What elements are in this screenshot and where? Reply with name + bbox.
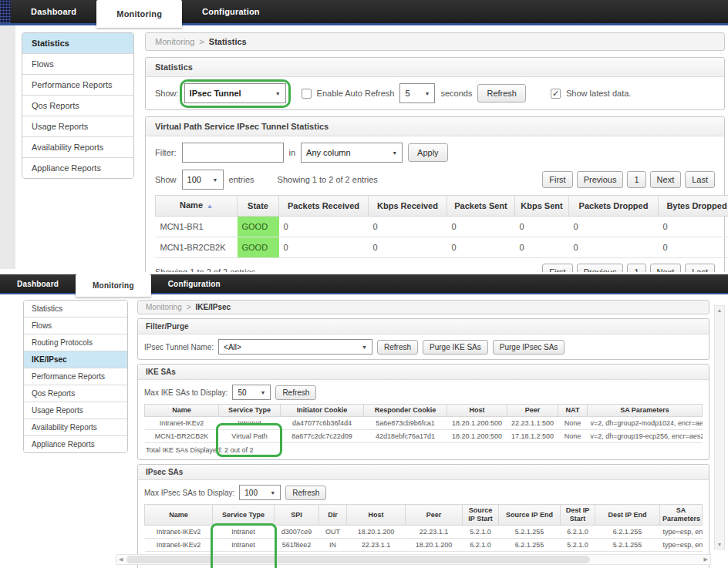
breadcrumb: Monitoring>Statistics: [145, 32, 725, 51]
scroll-up-icon[interactable]: ▲: [717, 308, 723, 313]
sidebar-item-routing-protocols[interactable]: Routing Protocols: [24, 334, 127, 351]
corner-pattern-decoration: [0, 0, 11, 23]
scroll-left-icon[interactable]: ◀: [116, 556, 125, 563]
table-row: MCN1-BR2CB2K GOOD 0 0 0 0 0 0 1090: [156, 237, 728, 258]
page-1-button[interactable]: 1: [627, 264, 645, 272]
column-header-sa-parameters[interactable]: SA Parameters: [660, 505, 703, 526]
column-header-bytes-dropped[interactable]: Bytes Dropped: [659, 196, 728, 217]
last-page-button[interactable]: Last: [685, 264, 715, 272]
purge-ipsec-sas-button[interactable]: Purge IPsec SAs: [493, 340, 565, 355]
filter-input[interactable]: [182, 143, 284, 163]
sidebar-item-flows[interactable]: Flows: [22, 54, 133, 75]
next-page-button[interactable]: Next: [650, 171, 682, 188]
refresh-button[interactable]: Refresh: [377, 340, 418, 355]
column-header-service-type[interactable]: Service Type: [213, 505, 275, 526]
next-page-button[interactable]: Next: [650, 264, 682, 272]
column-header-dest-ip-end[interactable]: Dest IP End: [595, 505, 660, 526]
filter-column-select[interactable]: Any column ▼: [301, 143, 403, 163]
cell-sa-parameters: type=esp, pfs=group2-modp1024, encr=aes2…: [660, 565, 703, 568]
column-header-name[interactable]: Name: [145, 405, 219, 417]
sidebar-item-qos-reports[interactable]: Qos Reports: [22, 96, 133, 116]
sidebar-item-appliance-reports[interactable]: Appliance Reports: [22, 158, 133, 178]
seconds-label: seconds: [440, 89, 472, 98]
show-latest-data-checkbox[interactable]: ✓: [551, 89, 561, 99]
tab-dashboard[interactable]: Dashboard: [11, 0, 96, 23]
scroll-down-icon[interactable]: ▼: [717, 542, 723, 547]
sidebar-item-statistics[interactable]: Statistics: [24, 301, 127, 318]
max-ipsec-sas-select[interactable]: 100 ▼: [239, 485, 281, 500]
sidebar-item-performance-reports[interactable]: Performance Reports: [24, 368, 127, 385]
breadcrumb-separator: >: [199, 37, 204, 46]
refresh-button[interactable]: Refresh: [275, 385, 316, 400]
column-header-peer[interactable]: Peer: [406, 505, 463, 526]
column-header-name[interactable]: Name▲: [156, 196, 238, 217]
dropdown-caret-icon: ▼: [362, 344, 367, 350]
scrollbar-thumb[interactable]: [126, 556, 590, 563]
column-header-dest-ip-start[interactable]: Dest IP Start: [561, 505, 595, 526]
stat-type-select[interactable]: IPsec Tunnel ▼: [184, 83, 286, 103]
tab-configuration[interactable]: Configuration: [151, 274, 238, 293]
scroll-right-icon[interactable]: ▶: [702, 556, 710, 563]
breadcrumb-section[interactable]: Monitoring: [155, 37, 194, 46]
sidebar-item-performance-reports[interactable]: Performance Reports: [22, 75, 133, 96]
cell-name: MCN1-BR2CB2K: [145, 565, 213, 568]
breadcrumb-section[interactable]: Monitoring: [146, 303, 182, 311]
column-header-kbps-sent[interactable]: Kbps Sent: [515, 196, 569, 217]
ike-sas-total-text: Total IKE SAs Displayed: 2 out of 2: [144, 443, 703, 455]
column-header-peer[interactable]: Peer: [507, 405, 558, 417]
cell: None: [558, 417, 588, 430]
sidebar-item-ike-ipsec[interactable]: IKE/IPsec: [24, 351, 127, 368]
refresh-interval-select[interactable]: 5 ▼: [399, 83, 435, 103]
vertical-scrollbar[interactable]: ▲ ▼: [714, 305, 725, 550]
column-header-packets-received[interactable]: Packets Received: [279, 196, 369, 217]
column-header-sa-parameters[interactable]: SA Parameters: [588, 405, 703, 417]
column-header-initiator-cookie[interactable]: Initiator Cookie: [281, 405, 364, 417]
tab-monitoring[interactable]: Monitoring: [76, 274, 151, 297]
last-page-button[interactable]: Last: [685, 171, 715, 188]
column-header-host[interactable]: Host: [447, 405, 507, 417]
horizontal-scrollbar[interactable]: ◀ ▶: [116, 554, 711, 565]
apply-filter-button[interactable]: Apply: [408, 143, 448, 162]
column-header-responder-cookie[interactable]: Responder Cookie: [364, 405, 447, 417]
tab-monitoring[interactable]: Monitoring: [96, 0, 182, 28]
purge-ike-sas-button[interactable]: Purge IKE SAs: [423, 340, 488, 355]
cell: 5.2.1.0: [561, 539, 595, 552]
tab-dashboard[interactable]: Dashboard: [0, 274, 76, 293]
table-row: MCN1-BR1 GOOD 0 0 0 0 0 0 1090: [156, 217, 728, 237]
sidebar-item-qos-reports[interactable]: Qos Reports: [24, 385, 127, 402]
sidebar-item-availability-reports[interactable]: Availability Reports: [22, 137, 133, 158]
column-header-packets-sent[interactable]: Packets Sent: [447, 196, 515, 217]
column-header-state[interactable]: State: [238, 196, 279, 217]
monitoring-sidebar: Statistics Flows Routing Protocols IKE/I…: [23, 300, 128, 453]
enable-auto-refresh-checkbox[interactable]: [302, 89, 312, 99]
column-header-dir[interactable]: Dir: [319, 505, 347, 526]
tunnel-name-select[interactable]: <All> ▼: [218, 339, 372, 355]
column-header-source-ip-end[interactable]: Source IP End: [499, 505, 561, 526]
column-header-packets-dropped[interactable]: Packets Dropped: [569, 196, 659, 217]
column-header-host[interactable]: Host: [347, 505, 406, 526]
sidebar-item-flows[interactable]: Flows: [24, 318, 127, 334]
filter-label: Filter:: [155, 148, 177, 157]
column-header-spi[interactable]: SPI: [275, 505, 319, 526]
first-page-button[interactable]: First: [542, 171, 572, 188]
sidebar-item-statistics[interactable]: Statistics: [22, 33, 133, 54]
column-header-name[interactable]: Name: [145, 505, 213, 526]
sidebar-item-usage-reports[interactable]: Usage Reports: [24, 402, 127, 419]
previous-page-button[interactable]: Previous: [577, 264, 624, 272]
column-header-nat[interactable]: NAT: [558, 405, 588, 417]
sidebar-item-usage-reports[interactable]: Usage Reports: [22, 116, 133, 137]
sidebar-item-availability-reports[interactable]: Availability Reports: [24, 419, 127, 436]
column-header-service-type[interactable]: Service Type: [219, 405, 281, 417]
max-ike-sas-select[interactable]: 50 ▼: [232, 385, 271, 400]
page-1-button[interactable]: 1: [627, 171, 645, 188]
refresh-button[interactable]: Refresh: [477, 84, 526, 103]
cell-name: Intranet-IKEv2: [145, 526, 213, 539]
sidebar-item-appliance-reports[interactable]: Appliance Reports: [24, 436, 127, 452]
previous-page-button[interactable]: Previous: [577, 171, 624, 188]
entries-count-select[interactable]: 100 ▼: [182, 170, 224, 190]
tab-configuration[interactable]: Configuration: [182, 0, 280, 23]
column-header-source-ip-start[interactable]: Source IP Start: [463, 505, 499, 526]
refresh-button[interactable]: Refresh: [285, 486, 326, 500]
column-header-kbps-received[interactable]: Kbps Received: [369, 196, 447, 217]
first-page-button[interactable]: First: [542, 264, 572, 272]
